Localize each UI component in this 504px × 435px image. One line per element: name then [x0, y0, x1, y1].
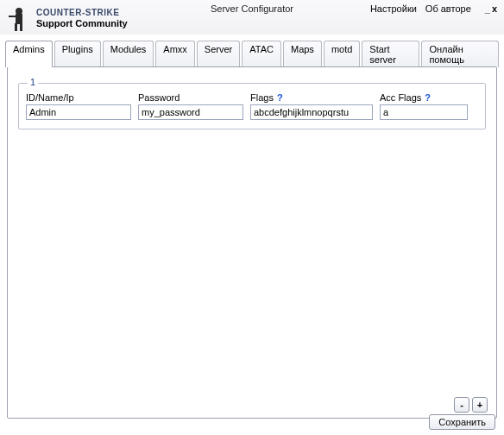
add-entry-button[interactable]: + [472, 397, 488, 413]
tab-онлайн-помощь[interactable]: Онлайн помощь [421, 41, 499, 67]
tab-start-server[interactable]: Start server [362, 41, 419, 67]
settings-link[interactable]: Настройки [370, 3, 417, 14]
group-number: 1 [28, 77, 38, 87]
tab-admins[interactable]: Admins [5, 41, 53, 67]
tab-plugins[interactable]: Plugins [54, 41, 101, 67]
about-link[interactable]: Об авторе [425, 3, 471, 14]
tab-maps[interactable]: Maps [283, 41, 322, 67]
header: COUNTER-STRIKE Support Community Server … [0, 0, 504, 35]
tab-atac[interactable]: ATAC [242, 41, 281, 67]
flags-help-icon[interactable]: ? [277, 92, 283, 103]
flags-field[interactable] [250, 104, 373, 120]
tab-server[interactable]: Server [197, 41, 240, 67]
tab-motd[interactable]: motd [324, 41, 360, 67]
brand-line1: COUNTER-STRIKE [36, 8, 128, 18]
id-label: ID/Name/Ip [26, 92, 131, 103]
password-field[interactable] [138, 104, 243, 120]
id-field[interactable] [26, 104, 131, 120]
svg-rect-1 [16, 14, 22, 24]
flags-label-text: Flags [250, 92, 274, 103]
brand-text: COUNTER-STRIKE Support Community [36, 8, 128, 28]
window-footer: Сохранить [429, 414, 495, 430]
window-controls: _ x [485, 4, 497, 13]
admin-entry-group: 1 ID/Name/Ip Password Flags ? [18, 83, 486, 129]
svg-rect-2 [9, 16, 22, 17]
acc-flags-label-text: Acc Flags [380, 92, 421, 103]
acc-flags-field[interactable] [380, 104, 468, 120]
brand-line2: Support Community [36, 18, 128, 28]
tab-panel: 1 ID/Name/Ip Password Flags ? [7, 66, 497, 419]
svg-rect-3 [15, 23, 17, 31]
top-links: Настройки Об авторе _ x [370, 3, 497, 14]
close-button[interactable]: x [492, 4, 497, 13]
remove-entry-button[interactable]: - [454, 397, 469, 413]
panel-footer-buttons: - + [454, 397, 488, 413]
svg-point-0 [16, 8, 22, 15]
svg-rect-4 [20, 23, 22, 31]
flags-label: Flags ? [250, 92, 373, 103]
acc-flags-label: Acc Flags ? [380, 92, 468, 103]
acc-flags-help-icon[interactable]: ? [425, 92, 431, 103]
save-button[interactable]: Сохранить [429, 414, 495, 430]
tab-amxx[interactable]: Amxx [155, 41, 195, 67]
app-window: COUNTER-STRIKE Support Community Server … [0, 0, 504, 435]
password-label: Password [138, 92, 243, 103]
app-logo: COUNTER-STRIKE Support Community [5, 4, 128, 32]
minimize-button[interactable]: _ [485, 4, 490, 13]
window-title: Server Configurator [211, 3, 293, 14]
tab-strip: AdminsPluginsModulesAmxxServerATACMapsmo… [0, 40, 504, 66]
cs-logo-icon [5, 4, 33, 32]
tab-modules[interactable]: Modules [103, 41, 154, 67]
